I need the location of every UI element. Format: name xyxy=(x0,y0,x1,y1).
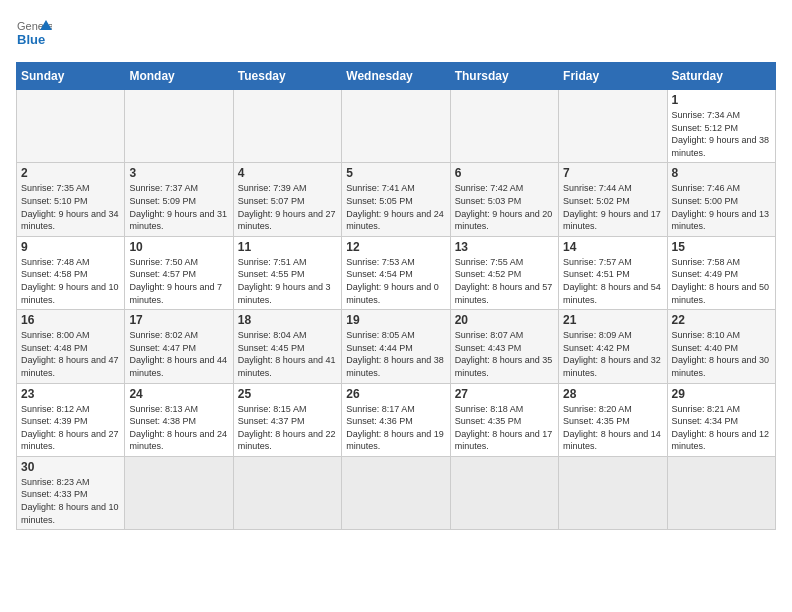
calendar-day: 15Sunrise: 7:58 AM Sunset: 4:49 PM Dayli… xyxy=(667,236,775,309)
calendar-day: 26Sunrise: 8:17 AM Sunset: 4:36 PM Dayli… xyxy=(342,383,450,456)
day-info: Sunrise: 7:57 AM Sunset: 4:51 PM Dayligh… xyxy=(563,256,662,306)
calendar-day xyxy=(125,90,233,163)
weekday-header-row: SundayMondayTuesdayWednesdayThursdayFrid… xyxy=(17,63,776,90)
calendar-week-row: 2Sunrise: 7:35 AM Sunset: 5:10 PM Daylig… xyxy=(17,163,776,236)
calendar-day: 3Sunrise: 7:37 AM Sunset: 5:09 PM Daylig… xyxy=(125,163,233,236)
day-number: 17 xyxy=(129,313,228,327)
calendar-day: 13Sunrise: 7:55 AM Sunset: 4:52 PM Dayli… xyxy=(450,236,558,309)
calendar-day xyxy=(233,456,341,529)
day-info: Sunrise: 8:18 AM Sunset: 4:35 PM Dayligh… xyxy=(455,403,554,453)
calendar-day: 11Sunrise: 7:51 AM Sunset: 4:55 PM Dayli… xyxy=(233,236,341,309)
weekday-header: Saturday xyxy=(667,63,775,90)
day-info: Sunrise: 8:12 AM Sunset: 4:39 PM Dayligh… xyxy=(21,403,120,453)
day-info: Sunrise: 7:41 AM Sunset: 5:05 PM Dayligh… xyxy=(346,182,445,232)
day-info: Sunrise: 7:50 AM Sunset: 4:57 PM Dayligh… xyxy=(129,256,228,306)
day-number: 19 xyxy=(346,313,445,327)
calendar-day: 14Sunrise: 7:57 AM Sunset: 4:51 PM Dayli… xyxy=(559,236,667,309)
calendar-day xyxy=(667,456,775,529)
day-number: 4 xyxy=(238,166,337,180)
calendar-day: 19Sunrise: 8:05 AM Sunset: 4:44 PM Dayli… xyxy=(342,310,450,383)
calendar-day: 12Sunrise: 7:53 AM Sunset: 4:54 PM Dayli… xyxy=(342,236,450,309)
day-info: Sunrise: 7:37 AM Sunset: 5:09 PM Dayligh… xyxy=(129,182,228,232)
calendar-week-row: 16Sunrise: 8:00 AM Sunset: 4:48 PM Dayli… xyxy=(17,310,776,383)
day-number: 27 xyxy=(455,387,554,401)
weekday-header: Friday xyxy=(559,63,667,90)
day-number: 20 xyxy=(455,313,554,327)
day-number: 5 xyxy=(346,166,445,180)
calendar-day: 5Sunrise: 7:41 AM Sunset: 5:05 PM Daylig… xyxy=(342,163,450,236)
calendar-day xyxy=(559,90,667,163)
calendar-day: 6Sunrise: 7:42 AM Sunset: 5:03 PM Daylig… xyxy=(450,163,558,236)
day-info: Sunrise: 8:21 AM Sunset: 4:34 PM Dayligh… xyxy=(672,403,771,453)
calendar-day: 2Sunrise: 7:35 AM Sunset: 5:10 PM Daylig… xyxy=(17,163,125,236)
header: General Blue xyxy=(16,16,776,52)
day-number: 24 xyxy=(129,387,228,401)
day-info: Sunrise: 8:02 AM Sunset: 4:47 PM Dayligh… xyxy=(129,329,228,379)
day-info: Sunrise: 8:04 AM Sunset: 4:45 PM Dayligh… xyxy=(238,329,337,379)
day-number: 13 xyxy=(455,240,554,254)
calendar-day: 8Sunrise: 7:46 AM Sunset: 5:00 PM Daylig… xyxy=(667,163,775,236)
day-number: 22 xyxy=(672,313,771,327)
day-number: 8 xyxy=(672,166,771,180)
day-info: Sunrise: 7:46 AM Sunset: 5:00 PM Dayligh… xyxy=(672,182,771,232)
day-info: Sunrise: 8:07 AM Sunset: 4:43 PM Dayligh… xyxy=(455,329,554,379)
weekday-header: Monday xyxy=(125,63,233,90)
calendar-day xyxy=(125,456,233,529)
calendar-day: 17Sunrise: 8:02 AM Sunset: 4:47 PM Dayli… xyxy=(125,310,233,383)
calendar-day xyxy=(17,90,125,163)
day-info: Sunrise: 7:35 AM Sunset: 5:10 PM Dayligh… xyxy=(21,182,120,232)
day-number: 25 xyxy=(238,387,337,401)
calendar-day: 16Sunrise: 8:00 AM Sunset: 4:48 PM Dayli… xyxy=(17,310,125,383)
day-number: 6 xyxy=(455,166,554,180)
day-info: Sunrise: 8:13 AM Sunset: 4:38 PM Dayligh… xyxy=(129,403,228,453)
calendar-day: 1Sunrise: 7:34 AM Sunset: 5:12 PM Daylig… xyxy=(667,90,775,163)
day-info: Sunrise: 7:34 AM Sunset: 5:12 PM Dayligh… xyxy=(672,109,771,159)
calendar-day: 4Sunrise: 7:39 AM Sunset: 5:07 PM Daylig… xyxy=(233,163,341,236)
day-number: 7 xyxy=(563,166,662,180)
calendar-day xyxy=(450,456,558,529)
calendar-day: 30Sunrise: 8:23 AM Sunset: 4:33 PM Dayli… xyxy=(17,456,125,529)
day-number: 21 xyxy=(563,313,662,327)
logo-icon: General Blue xyxy=(16,16,52,52)
day-number: 30 xyxy=(21,460,120,474)
calendar-day: 29Sunrise: 8:21 AM Sunset: 4:34 PM Dayli… xyxy=(667,383,775,456)
day-number: 12 xyxy=(346,240,445,254)
calendar-day: 28Sunrise: 8:20 AM Sunset: 4:35 PM Dayli… xyxy=(559,383,667,456)
day-info: Sunrise: 7:53 AM Sunset: 4:54 PM Dayligh… xyxy=(346,256,445,306)
calendar-week-row: 23Sunrise: 8:12 AM Sunset: 4:39 PM Dayli… xyxy=(17,383,776,456)
calendar-week-row: 1Sunrise: 7:34 AM Sunset: 5:12 PM Daylig… xyxy=(17,90,776,163)
day-number: 11 xyxy=(238,240,337,254)
day-number: 14 xyxy=(563,240,662,254)
calendar-week-row: 30Sunrise: 8:23 AM Sunset: 4:33 PM Dayli… xyxy=(17,456,776,529)
calendar-day xyxy=(342,90,450,163)
svg-text:Blue: Blue xyxy=(17,32,45,47)
day-info: Sunrise: 7:39 AM Sunset: 5:07 PM Dayligh… xyxy=(238,182,337,232)
calendar-day: 23Sunrise: 8:12 AM Sunset: 4:39 PM Dayli… xyxy=(17,383,125,456)
calendar-day: 24Sunrise: 8:13 AM Sunset: 4:38 PM Dayli… xyxy=(125,383,233,456)
day-number: 2 xyxy=(21,166,120,180)
day-info: Sunrise: 7:44 AM Sunset: 5:02 PM Dayligh… xyxy=(563,182,662,232)
day-number: 16 xyxy=(21,313,120,327)
weekday-header: Sunday xyxy=(17,63,125,90)
day-number: 28 xyxy=(563,387,662,401)
calendar-day: 18Sunrise: 8:04 AM Sunset: 4:45 PM Dayli… xyxy=(233,310,341,383)
calendar-day: 20Sunrise: 8:07 AM Sunset: 4:43 PM Dayli… xyxy=(450,310,558,383)
day-number: 10 xyxy=(129,240,228,254)
calendar-day xyxy=(233,90,341,163)
calendar-day xyxy=(559,456,667,529)
calendar-day: 21Sunrise: 8:09 AM Sunset: 4:42 PM Dayli… xyxy=(559,310,667,383)
calendar-day: 10Sunrise: 7:50 AM Sunset: 4:57 PM Dayli… xyxy=(125,236,233,309)
day-info: Sunrise: 8:10 AM Sunset: 4:40 PM Dayligh… xyxy=(672,329,771,379)
calendar-day xyxy=(450,90,558,163)
day-number: 1 xyxy=(672,93,771,107)
day-info: Sunrise: 7:42 AM Sunset: 5:03 PM Dayligh… xyxy=(455,182,554,232)
calendar-day: 25Sunrise: 8:15 AM Sunset: 4:37 PM Dayli… xyxy=(233,383,341,456)
day-info: Sunrise: 8:17 AM Sunset: 4:36 PM Dayligh… xyxy=(346,403,445,453)
day-number: 15 xyxy=(672,240,771,254)
day-info: Sunrise: 7:51 AM Sunset: 4:55 PM Dayligh… xyxy=(238,256,337,306)
day-number: 9 xyxy=(21,240,120,254)
day-info: Sunrise: 8:20 AM Sunset: 4:35 PM Dayligh… xyxy=(563,403,662,453)
calendar-day: 22Sunrise: 8:10 AM Sunset: 4:40 PM Dayli… xyxy=(667,310,775,383)
calendar: SundayMondayTuesdayWednesdayThursdayFrid… xyxy=(16,62,776,530)
logo: General Blue xyxy=(16,16,56,52)
